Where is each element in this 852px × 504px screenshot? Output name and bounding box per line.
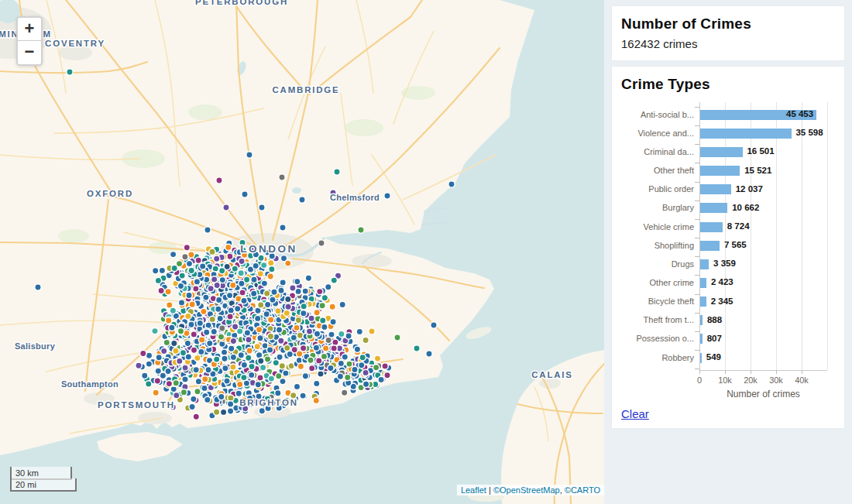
crime-dot[interactable] [270,297,276,303]
crime-dot[interactable] [356,328,362,334]
crime-dot[interactable] [204,396,211,403]
crime-dot[interactable] [362,381,369,387]
crime-dot[interactable] [165,289,171,295]
crime-dot[interactable] [204,329,210,335]
crime-dot[interactable] [354,346,360,352]
crime-dot[interactable] [222,355,228,362]
crime-dot[interactable] [448,181,455,187]
crime-dot[interactable] [216,177,222,183]
crime-dot[interactable] [283,310,290,316]
crime-dot[interactable] [374,355,380,362]
crime-dot[interactable] [208,286,214,292]
osm-link[interactable]: ©OpenStreetMap [493,485,560,495]
crime-dot[interactable] [225,244,232,250]
crime-dot[interactable] [320,317,326,324]
row-label[interactable]: Criminal da... [621,147,694,156]
crime-dot[interactable] [200,263,206,269]
crime-dot[interactable] [211,328,217,334]
crime-dot[interactable] [314,380,320,386]
crime-dot[interactable] [171,340,177,346]
zoom-out-button[interactable]: − [18,41,41,64]
crime-dot[interactable] [253,262,259,269]
crime-dot[interactable] [188,252,194,258]
crime-dot[interactable] [241,374,247,380]
crime-dot[interactable] [159,267,165,273]
crime-dot[interactable] [251,290,257,297]
crime-dot[interactable] [294,279,301,285]
crime-dot[interactable] [306,328,312,334]
crime-dot[interactable] [302,288,308,294]
crime-dot[interactable] [152,327,158,334]
crime-dot[interactable] [255,382,261,388]
crime-dot[interactable] [216,297,222,303]
bar[interactable] [700,203,727,213]
crime-dot[interactable] [339,301,345,307]
crime-dot[interactable] [241,297,247,303]
crime-dot[interactable] [373,365,379,371]
crime-dot[interactable] [280,279,286,286]
crime-dot[interactable] [297,363,304,369]
crime-types-chart[interactable]: 010k20k30k40kNumber of crimesAnti-social… [621,105,840,415]
crime-dot[interactable] [163,339,170,345]
bar[interactable] [700,259,709,269]
crime-dot[interactable] [204,227,211,233]
crime-dot[interactable] [186,292,192,298]
bar[interactable] [700,166,740,176]
crime-dot[interactable] [266,347,273,353]
crime-dot[interactable] [279,174,285,180]
crime-dot[interactable] [285,303,291,310]
row-label[interactable]: Bicycle theft [621,297,694,306]
crime-dot[interactable] [246,355,252,361]
crime-dot[interactable] [189,403,195,410]
crime-dot[interactable] [308,315,314,321]
crime-dot[interactable] [198,348,204,355]
crime-dot[interactable] [146,361,152,367]
crime-dot[interactable] [346,361,352,367]
crime-dot[interactable] [155,277,161,283]
row-label[interactable]: Burglary [621,203,694,212]
crime-dot[interactable] [261,262,267,268]
bar[interactable] [700,315,703,325]
crime-dot[interactable] [297,332,303,338]
crime-dot[interactable] [345,374,351,380]
crime-dot[interactable] [244,330,250,336]
crime-dot[interactable] [227,401,233,407]
crime-dot[interactable] [329,303,335,310]
crime-dot[interactable] [362,369,369,375]
row-label[interactable]: Robbery [621,353,694,362]
crime-dot[interactable] [238,270,244,276]
row-label[interactable]: Drugs [621,259,694,269]
crime-dot[interactable] [299,197,305,203]
crime-dot[interactable] [158,287,164,293]
crime-dot[interactable] [166,380,172,386]
crime-dot[interactable] [226,292,232,298]
crime-dot[interactable] [178,300,184,306]
crime-dot[interactable] [142,372,148,379]
crime-dot[interactable] [153,268,159,274]
bar[interactable] [700,334,703,344]
crime-dot[interactable] [242,191,248,197]
crime-dot[interactable] [280,225,286,231]
crime-dot[interactable] [257,270,263,276]
bar[interactable] [700,184,731,194]
crime-dot[interactable] [179,273,185,279]
crime-dot[interactable] [219,268,225,274]
bar[interactable] [700,129,792,139]
crime-dot[interactable] [185,354,191,360]
crime-dot[interactable] [271,289,277,295]
row-label[interactable]: Anti-social b... [621,110,694,119]
crime-dot[interactable] [197,320,203,326]
crime-dot[interactable] [301,310,307,317]
crime-dot[interactable] [258,358,264,364]
row-label[interactable]: Vehicle crime [621,222,694,231]
crime-dot[interactable] [431,322,437,328]
clear-link[interactable]: Clear [621,407,649,420]
crime-dot[interactable] [170,307,176,314]
crime-dot[interactable] [177,328,184,334]
crime-dot[interactable] [426,351,432,357]
crime-dot[interactable] [194,355,201,361]
crime-dot[interactable] [269,266,275,273]
crime-dot[interactable] [334,169,340,175]
crime-dot[interactable] [342,354,348,360]
crime-dot[interactable] [318,371,324,377]
